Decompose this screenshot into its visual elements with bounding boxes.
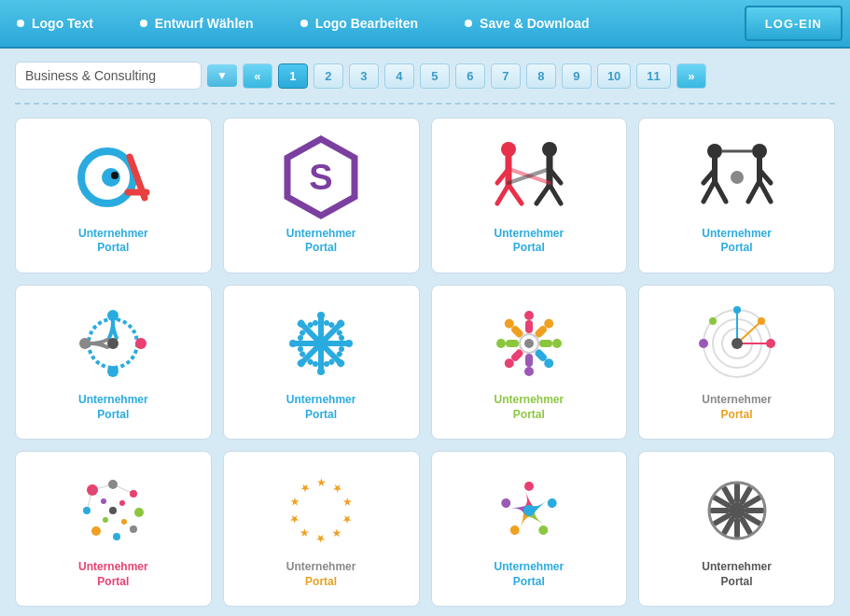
nav-step-save[interactable]: Save & Download [439, 0, 609, 47]
nav-dot-2 [140, 20, 147, 27]
svg-point-2 [111, 172, 118, 179]
page-btn-11[interactable]: 11 [636, 63, 670, 89]
logo-card-12[interactable]: Unternehmer Portal [638, 451, 835, 607]
svg-point-43 [324, 320, 329, 326]
svg-point-42 [313, 320, 318, 326]
svg-point-95 [732, 338, 743, 349]
logo-image-7 [487, 301, 571, 385]
logo-card-9[interactable]: Unternehmer Portal [15, 451, 212, 607]
svg-point-41 [317, 312, 325, 319]
svg-point-83 [524, 339, 534, 348]
logo-image-3 [487, 135, 571, 219]
page-btn-9[interactable]: 9 [562, 63, 592, 89]
svg-point-122 [524, 482, 534, 491]
svg-rect-137 [709, 508, 730, 513]
svg-line-10 [497, 185, 509, 203]
category-dropdown[interactable]: Business & Consulting [15, 62, 202, 90]
page-btn-1[interactable]: 1 [278, 63, 308, 89]
logo-card-1[interactable]: Unternehmer Portal [15, 118, 212, 273]
page-btn-7[interactable]: 7 [491, 63, 521, 89]
svg-point-65 [315, 338, 327, 349]
svg-line-29 [748, 181, 759, 202]
logo-card-11[interactable]: Unternehmer Portal [431, 451, 628, 607]
page-btn-8[interactable]: 8 [526, 63, 556, 89]
nav-dot-1 [17, 20, 24, 27]
logo-card-2[interactable]: S Unternehmer Portal [223, 118, 420, 273]
svg-point-60 [298, 346, 303, 352]
svg-line-16 [536, 185, 550, 203]
svg-rect-79 [506, 340, 519, 347]
logo-label-10: Unternehmer Portal [286, 560, 356, 589]
svg-point-35 [107, 366, 118, 377]
svg-point-54 [324, 361, 329, 367]
page-btn-5[interactable]: 5 [420, 63, 450, 89]
logo-image-6 [279, 301, 363, 385]
svg-text:★: ★ [315, 532, 326, 545]
content-divider [15, 103, 835, 105]
category-label: Business & Consulting [25, 68, 191, 83]
logo-card-3[interactable]: Unternehmer Portal [431, 118, 628, 273]
svg-line-15 [550, 185, 561, 203]
logo-label-9: Unternehmer Portal [78, 560, 148, 589]
svg-point-66 [524, 311, 534, 320]
page-btn-3[interactable]: 3 [349, 63, 379, 89]
page-btn-10[interactable]: 10 [597, 63, 631, 89]
logo-card-4[interactable]: Unternehmer Portal [638, 118, 835, 273]
svg-point-140 [729, 502, 745, 519]
svg-point-101 [91, 526, 101, 536]
svg-point-105 [119, 500, 125, 506]
top-navigation: Logo Text Entwurf Wählen Logo Bearbeiten… [0, 0, 850, 49]
logo-label-11: Unternehmer Portal [495, 560, 564, 589]
svg-point-34 [135, 338, 146, 349]
svg-line-110 [113, 484, 133, 494]
login-button[interactable]: LOG-EIN [745, 6, 843, 41]
logo-image-8 [695, 301, 779, 385]
svg-text:★: ★ [286, 511, 302, 525]
svg-point-103 [130, 525, 137, 533]
svg-point-61 [298, 335, 303, 341]
logo-label-8: Unternehmer Portal [702, 393, 772, 422]
svg-point-78 [496, 339, 506, 348]
dropdown-arrow-button[interactable]: ▼ [207, 64, 237, 87]
svg-rect-67 [525, 320, 533, 333]
svg-point-126 [500, 497, 512, 510]
svg-text:★: ★ [340, 512, 355, 526]
svg-point-74 [524, 367, 534, 376]
svg-point-49 [339, 346, 344, 352]
page-btn-2[interactable]: 2 [314, 63, 343, 89]
pagination-prev-prev[interactable]: « [243, 63, 272, 89]
nav-step-entwurf[interactable]: Entwurf Wählen [114, 0, 274, 47]
logo-grid: Unternehmer Portal S Unternehmer Portal [15, 118, 835, 607]
svg-point-124 [536, 524, 550, 537]
svg-point-127 [523, 505, 535, 516]
nav-step-logo-text[interactable]: Logo Text [0, 0, 114, 47]
svg-point-106 [103, 517, 108, 523]
logo-card-5[interactable]: Unternehmer Portal [15, 285, 212, 441]
logo-image-11 [487, 469, 571, 553]
logo-label-4: Unternehmer Portal [702, 227, 772, 256]
logo-card-10[interactable]: ★ ★ ★ ★ ★ ★ ★ ★ ★ ★ Unternehmer Portal [223, 451, 420, 607]
logo-card-7[interactable]: Unternehmer Portal [431, 285, 628, 441]
pagination-next-next[interactable]: » [676, 63, 706, 89]
svg-point-123 [546, 497, 558, 510]
page-btn-6[interactable]: 6 [455, 63, 485, 89]
svg-text:★: ★ [329, 525, 345, 542]
svg-rect-71 [539, 340, 552, 347]
svg-point-53 [317, 368, 325, 375]
svg-rect-75 [525, 354, 533, 367]
nav-step-label-4: Save & Download [480, 16, 589, 31]
nav-dot-4 [465, 20, 472, 27]
svg-point-59 [289, 340, 297, 347]
logo-image-1 [71, 135, 155, 219]
logo-card-6[interactable]: Unternehmer Portal [223, 285, 420, 441]
svg-point-21 [731, 171, 744, 184]
nav-step-bearbeiten[interactable]: Logo Bearbeiten [274, 0, 439, 47]
svg-point-111 [109, 507, 117, 514]
nav-step-label-2: Entwurf Wählen [155, 16, 254, 31]
svg-rect-131 [745, 508, 765, 513]
logo-card-8[interactable]: Unternehmer Portal [638, 285, 835, 441]
filter-bar: Business & Consulting ▼ « 1 2 3 4 5 6 7 … [15, 62, 835, 90]
svg-point-107 [121, 519, 127, 525]
svg-text:★: ★ [316, 476, 327, 489]
page-btn-4[interactable]: 4 [384, 63, 414, 89]
